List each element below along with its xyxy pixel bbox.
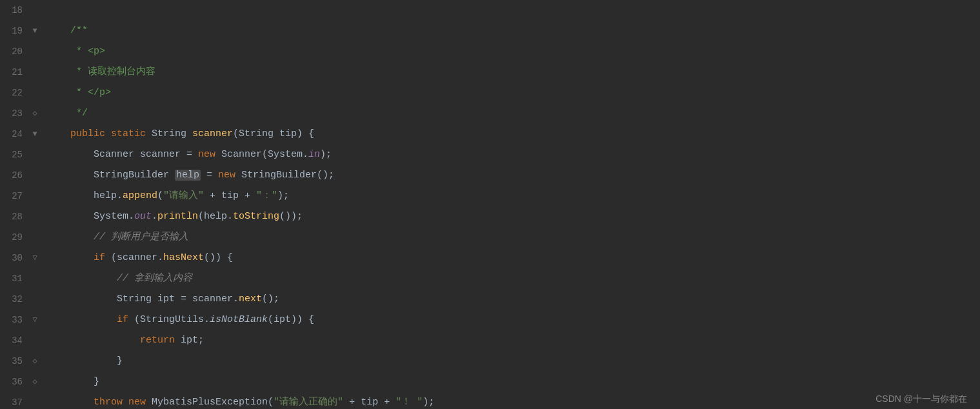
line-number: 37 [0,392,29,409]
code-content: * <p> [41,41,980,62]
code-content: /** [41,21,980,41]
fold-gutter[interactable]: ◇ [29,351,41,372]
line-number: 29 [0,227,29,248]
code-content: help.append("请输入" + tip + "："); [41,186,980,206]
code-content: * </p> [41,83,980,103]
line-number: 19 [0,21,29,41]
line-number: 31 [0,268,29,289]
code-line: 18 [0,0,980,21]
code-content: if (StringUtils.isNotBlank(ipt)) { [41,310,980,330]
code-line: 20 * <p> [0,41,980,62]
code-line: 21 * 读取控制台内容 [0,62,980,83]
code-content: if (scanner.hasNext()) { [41,248,980,268]
code-content: // 拿到输入内容 [41,268,980,289]
line-number: 32 [0,289,29,310]
code-content: } [41,372,980,392]
line-number: 22 [0,83,29,103]
line-number: 34 [0,330,29,351]
code-line: 29 // 判断用户是否输入 [0,227,980,248]
line-number: 25 [0,145,29,165]
line-number: 23 [0,103,29,124]
code-line: 30 ▽ if (scanner.hasNext()) { [0,248,980,268]
code-content: StringBuilder help = new StringBuilder()… [41,165,980,186]
code-line: 27 help.append("请输入" + tip + "："); [0,186,980,206]
fold-gutter[interactable]: ▼ [29,124,41,145]
code-line: 35 ◇ } [0,351,980,372]
line-number: 30 [0,248,29,268]
line-number: 20 [0,41,29,62]
code-editor: 18 19 ▼ /** 20 * <p> 21 * 读取控制台内容 22 * <… [0,0,980,409]
fold-gutter[interactable]: ▽ [29,310,41,330]
code-content: * 读取控制台内容 [41,62,980,83]
code-line: 28 System.out.println(help.toString()); [0,206,980,227]
fold-gutter[interactable]: ▽ [29,248,41,268]
line-number: 26 [0,165,29,186]
watermark: CSDN @十一与你都在 [875,388,967,409]
code-content: */ [41,103,980,124]
code-line: 22 * </p> [0,83,980,103]
line-number: 18 [0,0,29,21]
code-content: public static String scanner(String tip)… [41,124,980,145]
line-number: 33 [0,310,29,330]
code-content: throw new MybatisPlusException("请输入正确的" … [41,392,980,409]
line-number: 27 [0,186,29,206]
code-line: 25 Scanner scanner = new Scanner(System.… [0,145,980,165]
code-line: 36 ◇ } [0,372,980,392]
code-content: System.out.println(help.toString()); [41,206,980,227]
code-line: 34 return ipt; [0,330,980,351]
code-content: } [41,351,980,372]
code-line: 24 ▼ public static String scanner(String… [0,124,980,145]
code-line: 26 StringBuilder help = new StringBuilde… [0,165,980,186]
line-number: 35 [0,351,29,372]
line-number: 21 [0,62,29,83]
code-content: return ipt; [41,330,980,351]
line-number: 24 [0,124,29,145]
fold-gutter[interactable]: ◇ [29,372,41,392]
code-line: 23 ◇ */ [0,103,980,124]
code-content: // 判断用户是否输入 [41,227,980,248]
line-number: 28 [0,206,29,227]
fold-gutter[interactable]: ◇ [29,103,41,124]
line-number: 36 [0,372,29,392]
code-line: 19 ▼ /** [0,21,980,41]
code-line: 32 String ipt = scanner.next(); [0,289,980,310]
fold-gutter[interactable]: ▼ [29,21,41,41]
code-content: Scanner scanner = new Scanner(System.in)… [41,145,980,165]
code-content: String ipt = scanner.next(); [41,289,980,310]
code-line: 33 ▽ if (StringUtils.isNotBlank(ipt)) { [0,310,980,330]
code-line: 31 // 拿到输入内容 [0,268,980,289]
code-line: 37 throw new MybatisPlusException("请输入正确… [0,392,980,409]
